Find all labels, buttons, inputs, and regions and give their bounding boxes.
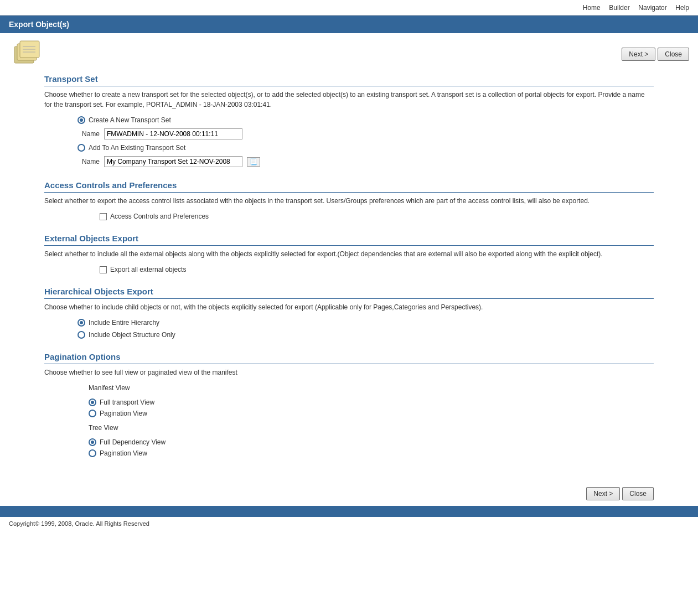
footer-bar xyxy=(0,506,698,517)
external-objects-desc: Select whether to include all the extern… xyxy=(44,249,654,259)
external-objects-checkbox-row: Export all external objects xyxy=(44,266,654,273)
transport-set-desc: Choose whether to create a new transport… xyxy=(44,90,654,110)
next-button-bottom[interactable]: Next > xyxy=(586,487,620,500)
add-existing-radio[interactable] xyxy=(77,144,85,152)
existing-transport-name-input[interactable] xyxy=(104,156,242,167)
name-label-new: Name xyxy=(77,130,100,138)
external-objects-title: External Objects Export xyxy=(44,234,654,246)
logo-icon xyxy=(9,35,53,69)
main-content: Transport Set Choose whether to create a… xyxy=(0,69,698,482)
pagination-section: Pagination Options Choose whether to see… xyxy=(44,352,654,457)
nav-help[interactable]: Help xyxy=(675,4,689,12)
export-external-label: Export all external objects xyxy=(110,266,186,273)
full-transport-radio-group: Full transport View xyxy=(44,398,654,406)
footer-text: Copyright© 1999, 2008, Oracle. All Right… xyxy=(0,517,698,530)
header-bar: Export Object(s) xyxy=(0,15,698,33)
access-controls-checkbox[interactable] xyxy=(100,213,107,220)
top-nav: Home Builder Navigator Help xyxy=(0,0,698,15)
pagination-view-radio[interactable] xyxy=(89,410,96,417)
access-controls-checkbox-row: Access Controls and Preferences xyxy=(44,213,654,220)
transport-set-section: Transport Set Choose whether to create a… xyxy=(44,74,654,167)
full-dependency-radio-group: Full Dependency View xyxy=(44,438,654,446)
transport-set-title: Transport Set xyxy=(44,74,654,86)
new-name-row: Name xyxy=(44,128,654,139)
existing-name-row: Name 📃 xyxy=(44,156,654,167)
nav-navigator[interactable]: Navigator xyxy=(638,4,666,12)
create-new-radio[interactable] xyxy=(77,116,85,124)
include-structure-radio-group: Include Object Structure Only xyxy=(44,331,654,339)
create-new-label: Create A New Transport Set xyxy=(89,116,171,124)
include-entire-radio-group: Include Entire Hierarchy xyxy=(44,319,654,327)
access-controls-checkbox-label: Access Controls and Preferences xyxy=(110,213,209,220)
pagination-desc: Choose whether to see full view or pagin… xyxy=(44,367,654,377)
browse-button[interactable]: 📃 xyxy=(247,157,260,167)
add-existing-radio-group: Add To An Existing Transport Set xyxy=(44,144,654,152)
include-entire-radio[interactable] xyxy=(77,319,85,327)
full-dependency-label: Full Dependency View xyxy=(100,438,166,446)
full-dependency-radio[interactable] xyxy=(89,438,96,446)
access-controls-title: Access Controls and Preferences xyxy=(44,180,654,193)
tree-view-sub: Tree View xyxy=(44,424,654,432)
top-buttons: Next > Close xyxy=(622,43,689,61)
copyright-text: Copyright© 1999, 2008, Oracle. All Right… xyxy=(9,520,149,527)
include-structure-radio[interactable] xyxy=(77,331,85,339)
tree-pagination-radio[interactable] xyxy=(89,449,96,457)
close-button-bottom[interactable]: Close xyxy=(622,487,654,500)
external-objects-section: External Objects Export Select whether t… xyxy=(44,234,654,273)
logo xyxy=(9,35,53,69)
full-transport-radio[interactable] xyxy=(89,398,96,406)
manifest-view-label: Manifest View xyxy=(89,384,654,392)
logo-area: Next > Close xyxy=(0,33,698,69)
tree-pagination-label: Pagination View xyxy=(100,449,147,457)
bottom-buttons: Next > Close xyxy=(0,482,698,506)
pagination-view-radio-group: Pagination View xyxy=(44,410,654,417)
name-label-existing: Name xyxy=(77,158,100,165)
pagination-view-label: Pagination View xyxy=(100,410,147,417)
next-button-top[interactable]: Next > xyxy=(622,48,655,61)
nav-builder[interactable]: Builder xyxy=(609,4,629,12)
nav-home[interactable]: Home xyxy=(583,4,601,12)
close-button-top[interactable]: Close xyxy=(658,48,689,61)
manifest-view-sub: Manifest View xyxy=(44,384,654,392)
hierarchical-desc: Choose whether to include child objects … xyxy=(44,302,654,312)
access-controls-section: Access Controls and Preferences Select w… xyxy=(44,180,654,220)
full-transport-label: Full transport View xyxy=(100,398,154,406)
tree-view-label: Tree View xyxy=(89,424,654,432)
include-entire-label: Include Entire Hierarchy xyxy=(89,319,159,327)
new-transport-name-input[interactable] xyxy=(104,128,242,139)
hierarchical-section: Hierarchical Objects Export Choose wheth… xyxy=(44,287,654,339)
add-existing-label: Add To An Existing Transport Set xyxy=(89,144,185,152)
pagination-title: Pagination Options xyxy=(44,352,654,364)
export-external-checkbox[interactable] xyxy=(100,266,107,273)
page-title: Export Object(s) xyxy=(9,20,69,29)
access-controls-desc: Select whether to export the access cont… xyxy=(44,196,654,206)
create-new-radio-group: Create A New Transport Set xyxy=(44,116,654,124)
include-structure-label: Include Object Structure Only xyxy=(89,331,175,339)
hierarchical-title: Hierarchical Objects Export xyxy=(44,287,654,299)
tree-pagination-radio-group: Pagination View xyxy=(44,449,654,457)
